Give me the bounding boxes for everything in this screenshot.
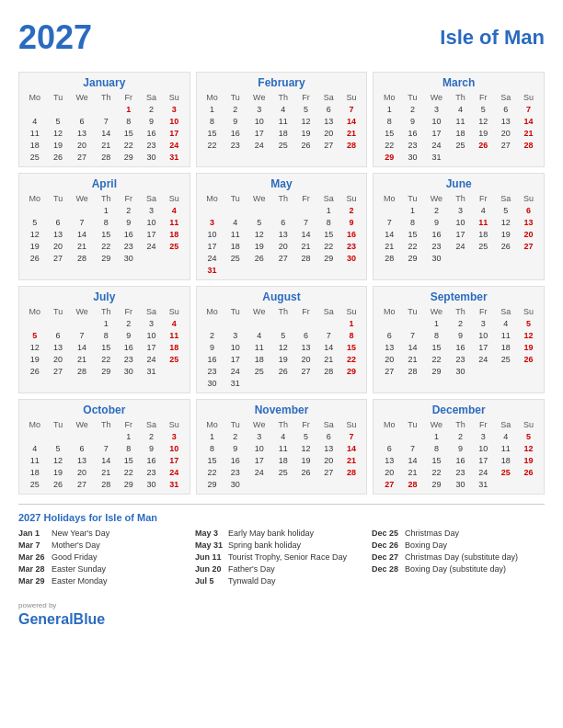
day-header: We xyxy=(424,92,449,103)
calendar-day xyxy=(317,317,340,329)
day-header: We xyxy=(247,306,271,317)
day-header: Tu xyxy=(47,306,70,317)
calendar-day: 13 xyxy=(495,115,518,127)
calendar-day: 16 xyxy=(340,228,363,240)
calendar-day: 6 xyxy=(495,103,518,115)
calendar-day: 14 xyxy=(401,454,424,466)
calendar-day: 22 xyxy=(118,139,141,151)
holiday-name: Easter Monday xyxy=(52,576,108,586)
calendar-day: 11 xyxy=(495,442,518,454)
calendar-day: 6 xyxy=(377,329,401,341)
calendar-day: 10 xyxy=(201,228,224,240)
day-header: Su xyxy=(517,306,540,317)
day-header: Mo xyxy=(23,92,47,103)
calendar-table: MoTuWeThFrSaSu12345678910111213141516171… xyxy=(23,306,186,377)
calendar-day xyxy=(69,430,94,442)
calendar-day: 1 xyxy=(340,317,363,329)
calendar-day: 8 xyxy=(340,329,363,341)
month-block-september: SeptemberMoTuWeThFrSaSu12345678910111213… xyxy=(373,286,545,393)
month-block-january: JanuaryMoTuWeThFrSaSu1234567891011121314… xyxy=(18,72,190,167)
calendar-day: 27 xyxy=(517,240,540,252)
day-header: Sa xyxy=(140,306,163,317)
month-name: August xyxy=(201,290,363,303)
calendar-day xyxy=(69,317,94,329)
calendar-table: MoTuWeThFrSaSu12345678910111213141516171… xyxy=(377,92,540,163)
day-header: Su xyxy=(340,419,363,430)
calendar-day: 10 xyxy=(140,329,163,341)
calendar-day: 12 xyxy=(47,127,70,139)
calendar-day xyxy=(401,317,424,329)
calendar-day: 4 xyxy=(271,430,294,442)
calendar-day: 12 xyxy=(294,442,317,454)
month-block-february: FebruaryMoTuWeThFrSaSu123456789101112131… xyxy=(196,72,368,167)
day-header: Tu xyxy=(224,193,247,204)
calendar-day xyxy=(317,264,340,276)
holiday-column-0: Jan 1New Year's DayMar 7Mother's DayMar … xyxy=(18,529,191,588)
holiday-date: Mar 29 xyxy=(18,576,48,586)
day-header: Sa xyxy=(317,193,340,204)
calendar-day: 17 xyxy=(472,454,495,466)
calendar-day: 15 xyxy=(201,454,224,466)
calendar-day: 1 xyxy=(201,103,224,115)
calendar-day: 18 xyxy=(495,454,518,466)
calendar-day: 4 xyxy=(163,317,186,329)
day-header: Tu xyxy=(401,92,424,103)
calendar-day: 5 xyxy=(294,430,317,442)
calendar-day: 22 xyxy=(317,240,340,252)
calendar-day: 2 xyxy=(424,204,449,216)
holiday-column-2: Dec 25Christmas DayDec 26Boxing DayDec 2… xyxy=(372,529,545,588)
day-header: We xyxy=(247,92,271,103)
calendar-day xyxy=(377,430,401,442)
calendar-day: 2 xyxy=(449,430,472,442)
calendar-day: 22 xyxy=(424,466,449,478)
calendar-day: 8 xyxy=(424,329,449,341)
holiday-date: Mar 7 xyxy=(18,540,48,550)
calendar-day: 10 xyxy=(247,115,271,127)
calendar-day: 15 xyxy=(201,127,224,139)
calendar-day: 30 xyxy=(224,478,247,490)
calendar-day: 15 xyxy=(377,127,401,139)
calendar-day: 8 xyxy=(317,216,340,228)
calendar-day: 3 xyxy=(247,103,271,115)
calendar-day: 31 xyxy=(163,151,186,163)
day-header: Tu xyxy=(47,92,70,103)
calendar-day: 1 xyxy=(201,430,224,442)
calendar-day: 3 xyxy=(472,317,495,329)
holiday-name: Father's Day xyxy=(228,564,275,574)
calendar-day: 12 xyxy=(23,228,47,240)
calendar-day: 30 xyxy=(118,252,141,264)
calendar-day: 18 xyxy=(271,127,294,139)
calendar-day: 22 xyxy=(201,466,224,478)
calendar-day: 22 xyxy=(340,353,363,365)
calendar-day: 1 xyxy=(377,103,401,115)
calendar-day: 13 xyxy=(69,127,94,139)
calendar-day: 24 xyxy=(201,252,224,264)
calendar-day: 7 xyxy=(317,329,340,341)
calendar-day: 20 xyxy=(69,139,94,151)
calendar-day: 27 xyxy=(317,139,340,151)
calendar-day xyxy=(495,252,518,264)
calendar-day xyxy=(377,317,401,329)
calendar-day: 20 xyxy=(377,466,401,478)
calendar-day: 20 xyxy=(47,240,70,252)
calendar-day: 1 xyxy=(95,204,118,216)
calendar-day: 3 xyxy=(163,430,186,442)
day-header: Th xyxy=(95,306,118,317)
calendar-day: 17 xyxy=(424,127,449,139)
month-name: February xyxy=(201,76,363,89)
calendar-day: 9 xyxy=(140,115,163,127)
calendar-day: 11 xyxy=(163,329,186,341)
calendar-day: 25 xyxy=(271,466,294,478)
calendar-day: 21 xyxy=(294,240,317,252)
calendar-day: 14 xyxy=(95,127,118,139)
calendar-day: 29 xyxy=(401,252,424,264)
calendar-day: 19 xyxy=(495,228,518,240)
calendar-day xyxy=(472,151,495,163)
calendar-day: 8 xyxy=(424,442,449,454)
calendar-day: 9 xyxy=(118,329,141,341)
calendar-day: 6 xyxy=(69,442,94,454)
calendar-day xyxy=(449,252,472,264)
calendar-day: 3 xyxy=(472,430,495,442)
calendar-day: 8 xyxy=(95,329,118,341)
calendar-day: 26 xyxy=(472,139,495,151)
